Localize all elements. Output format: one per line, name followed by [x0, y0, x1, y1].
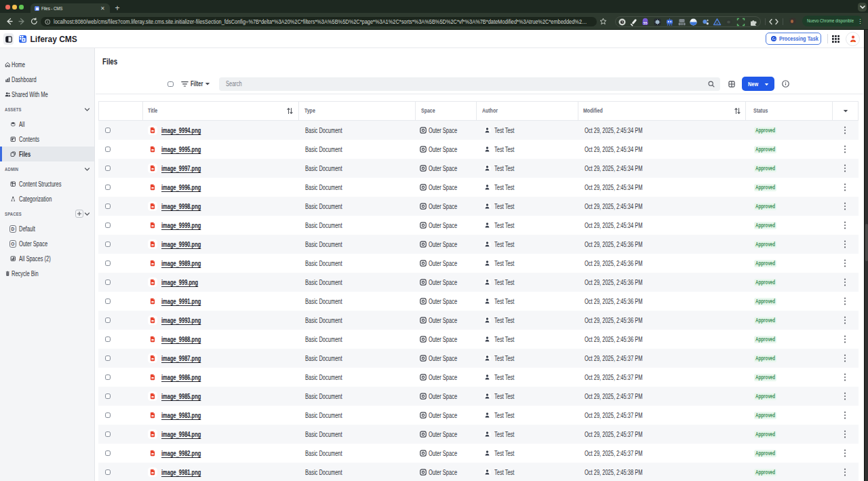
svg-text:55: 55 — [644, 21, 648, 25]
